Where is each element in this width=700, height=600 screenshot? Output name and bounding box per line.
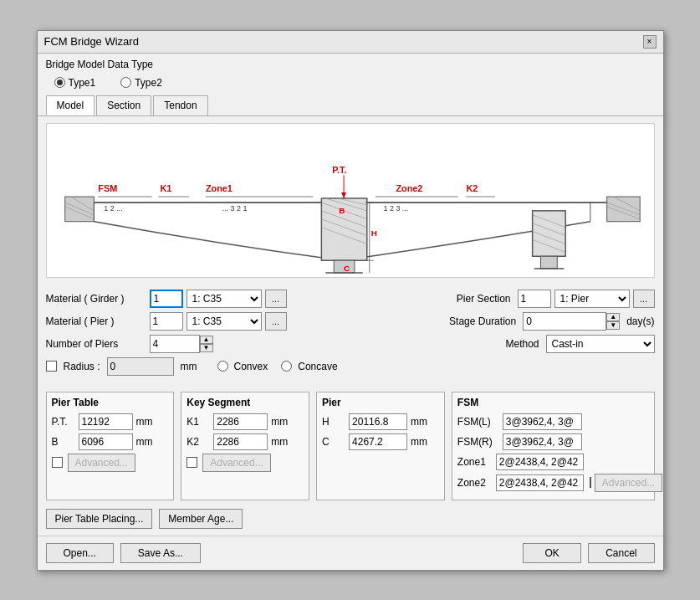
pier-c-row: C mm — [322, 433, 439, 450]
fsm-advanced-button[interactable]: Advanced... — [595, 474, 662, 492]
fsm-r-input[interactable] — [503, 433, 582, 450]
pier-table-pt-row: P.T. mm — [52, 413, 169, 430]
ok-button[interactable]: OK — [523, 543, 581, 563]
pier-table-advanced-row: Advanced... — [52, 454, 169, 472]
key-segment-advanced-checkbox[interactable] — [186, 457, 197, 468]
fsm-panel: FSM FSM(L) FSM(R) Zone1 Zone2 Advanced..… — [452, 392, 655, 500]
pier-c-label: C — [322, 436, 345, 448]
material-girder-input[interactable] — [150, 290, 183, 308]
num-piers-down[interactable]: ▼ — [200, 344, 213, 352]
key-segment-k1-row: K1 mm — [186, 413, 304, 430]
footer-left: Open... Save As... — [46, 543, 201, 563]
type2-radio-circle[interactable] — [120, 77, 131, 88]
fsm-l-row: FSM(L) — [457, 413, 649, 430]
zone2-advanced-checkbox[interactable] — [590, 477, 591, 488]
cancel-button[interactable]: Cancel — [588, 543, 654, 563]
svg-text:Zone2: Zone2 — [396, 183, 422, 193]
svg-text:FSM: FSM — [98, 183, 117, 193]
svg-text:... 3  2  1: ... 3 2 1 — [222, 203, 247, 212]
pier-h-label: H — [322, 416, 345, 428]
form-area: Material ( Girder ) 1: C35 ... Pier Sect… — [38, 285, 663, 385]
svg-rect-2 — [64, 197, 94, 222]
concave-radio[interactable]: Concave — [281, 361, 337, 372]
pier-section-input[interactable] — [518, 290, 551, 308]
svg-text:1  2  3  ...: 1 2 3 ... — [383, 203, 408, 212]
radius-checkbox[interactable] — [46, 361, 57, 372]
type1-radio[interactable]: Type1 — [54, 77, 96, 89]
type2-radio[interactable]: Type2 — [120, 77, 162, 89]
stage-duration-group: ▲ ▼ — [523, 312, 620, 331]
concave-radio-circle[interactable] — [281, 361, 292, 372]
open-button[interactable]: Open... — [46, 543, 114, 563]
tab-model[interactable]: Model — [46, 95, 95, 115]
svg-text:K1: K1 — [160, 183, 171, 193]
convex-radio-circle[interactable] — [217, 361, 228, 372]
radius-label: Radius : — [64, 361, 100, 372]
close-button[interactable]: × — [643, 35, 657, 49]
key-segment-k2-row: K2 mm — [186, 433, 304, 450]
key-segment-advanced-button[interactable]: Advanced... — [202, 454, 270, 472]
pier-table-panel: Pier Table P.T. mm B mm Advanced... — [46, 392, 175, 500]
stage-duration-label: Stage Duration — [449, 315, 516, 327]
convex-radio[interactable]: Convex — [217, 361, 268, 372]
fsm-l-label: FSM(L) — [457, 416, 499, 428]
num-piers-input[interactable] — [150, 335, 200, 353]
svg-text:H: H — [370, 228, 376, 237]
svg-rect-26 — [540, 256, 557, 269]
pier-section-dots-button[interactable]: ... — [633, 290, 655, 308]
pier-section-label: Pier Section — [457, 293, 511, 305]
zone2-input[interactable] — [496, 474, 584, 491]
pier-h-input[interactable] — [349, 413, 407, 430]
fsm-r-label: FSM(R) — [457, 436, 499, 448]
dialog-title: FCM Bridge Wizard — [44, 35, 139, 48]
pier-table-advanced-button[interactable]: Advanced... — [68, 454, 135, 472]
stage-duration-input[interactable] — [523, 312, 606, 331]
pier-panel-title: Pier — [322, 397, 439, 408]
type1-radio-circle[interactable] — [54, 77, 65, 88]
fsm-l-input[interactable] — [503, 413, 582, 430]
num-piers-spinner: ▲ ▼ — [200, 336, 213, 352]
pier-table-placing-button[interactable]: Pier Table Placing... — [46, 509, 153, 529]
svg-text:Zone1: Zone1 — [205, 183, 232, 193]
tab-section[interactable]: Section — [96, 95, 151, 115]
pier-panel: Pier H mm C mm — [316, 392, 445, 500]
zone1-input[interactable] — [496, 454, 584, 470]
material-girder-dots-button[interactable]: ... — [265, 290, 287, 308]
k2-input[interactable] — [213, 433, 268, 450]
pier-table-title: Pier Table — [52, 397, 169, 408]
k1-input[interactable] — [213, 413, 268, 430]
num-piers-group: ▲ ▼ — [150, 335, 213, 353]
pier-c-input[interactable] — [349, 433, 407, 450]
method-select[interactable]: Cast-in — [546, 335, 655, 353]
stage-duration-down[interactable]: ▼ — [606, 321, 620, 330]
num-piers-up[interactable]: ▲ — [200, 336, 213, 344]
num-piers-row: Number of Piers ▲ ▼ Method Cast-in — [46, 335, 655, 353]
stage-duration-up[interactable]: ▲ — [606, 313, 620, 321]
k1-label: K1 — [186, 416, 210, 428]
bridge-model-label: Bridge Model Data Type — [38, 54, 663, 74]
tab-tendon[interactable]: Tendon — [153, 95, 207, 115]
material-pier-select[interactable]: 1: C35 — [186, 312, 262, 331]
title-bar: FCM Bridge Wizard × — [38, 31, 663, 54]
svg-rect-6 — [606, 197, 640, 222]
material-pier-input[interactable] — [150, 312, 183, 331]
bridge-model-type-group: Type1 Type2 — [38, 74, 663, 95]
fsm-r-row: FSM(R) — [457, 433, 649, 450]
pt-input[interactable] — [79, 413, 133, 430]
stage-duration-unit: day(s) — [626, 315, 654, 327]
svg-text:P.T.: P.T. — [332, 165, 346, 175]
radius-input[interactable] — [107, 357, 174, 376]
member-age-button[interactable]: Member Age... — [159, 509, 243, 529]
pt-label: P.T. — [52, 416, 75, 428]
material-pier-dots-button[interactable]: ... — [265, 312, 287, 331]
zone2-row: Zone2 Advanced... — [457, 474, 649, 492]
svg-text:B: B — [339, 205, 345, 214]
b-input[interactable] — [79, 433, 133, 450]
pier-table-advanced-checkbox[interactable] — [52, 457, 63, 468]
svg-text:C: C — [344, 264, 350, 273]
tabs: Model Section Tendon — [38, 95, 663, 116]
pier-section-select[interactable]: 1: Pier — [554, 290, 630, 308]
radius-row: Radius : mm Convex Concave — [46, 357, 655, 376]
material-girder-select[interactable]: 1: C35 — [186, 290, 262, 308]
save-as-button[interactable]: Save As... — [120, 543, 201, 563]
